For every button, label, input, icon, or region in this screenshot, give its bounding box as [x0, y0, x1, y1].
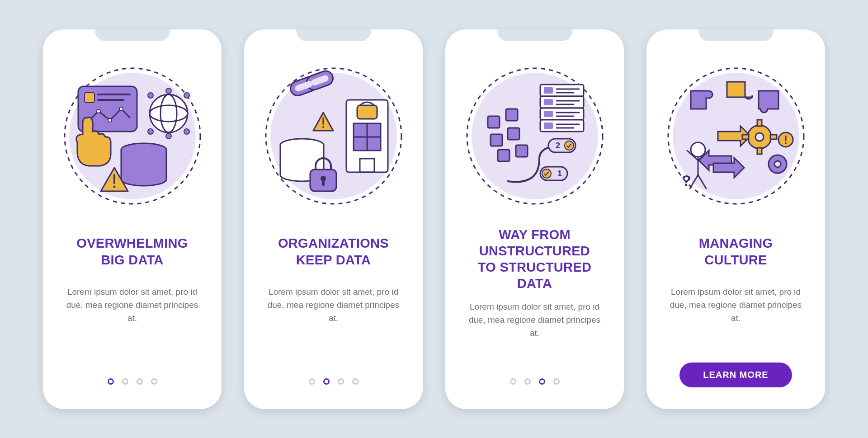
svg-point-15 — [97, 109, 100, 113]
svg-text:1: 1 — [557, 169, 562, 178]
card-desc: Lorem ipsum dolor sit amet, pro id due, … — [467, 300, 603, 340]
svg-rect-47 — [544, 111, 553, 117]
pager-dot[interactable] — [352, 378, 359, 385]
svg-point-9 — [166, 88, 171, 94]
svg-rect-74 — [757, 148, 762, 154]
svg-rect-75 — [742, 135, 749, 139]
learn-more-button[interactable]: LEARN MORE — [679, 363, 792, 387]
card-title: Way From Unstructured To Structured Data — [462, 226, 608, 292]
svg-rect-38 — [322, 179, 325, 186]
card-structured-data: 2 1 Way From Unstructured To Structured … — [445, 29, 624, 409]
pager-dot[interactable] — [137, 378, 143, 385]
pager-dots — [309, 378, 359, 385]
svg-rect-59 — [491, 134, 502, 146]
pager-dot-active[interactable] — [323, 378, 330, 385]
svg-rect-61 — [498, 150, 509, 161]
phone-notch — [296, 29, 371, 41]
card-managing-culture: ? Managing Culture Lorem ipsum dolor sit… — [646, 29, 825, 409]
pager-dot-active[interactable] — [108, 378, 114, 385]
big-data-icon — [60, 59, 205, 213]
card-desc: Lorem ipsum dolor sit amet, pro id due, … — [266, 285, 401, 325]
svg-point-5 — [148, 93, 153, 98]
svg-point-6 — [184, 93, 189, 98]
orgs-keep-data-icon — [261, 59, 406, 213]
svg-text:2: 2 — [556, 141, 560, 150]
pager-dots — [108, 378, 157, 385]
card-title: Organizations Keep Data — [278, 226, 389, 277]
svg-point-2 — [150, 94, 188, 132]
svg-point-68 — [542, 169, 551, 178]
svg-rect-60 — [508, 128, 519, 140]
pager-dot[interactable] — [151, 378, 157, 385]
svg-point-82 — [691, 142, 705, 157]
svg-rect-76 — [770, 135, 777, 139]
svg-point-78 — [774, 161, 781, 167]
pager-dot[interactable] — [553, 378, 560, 385]
svg-point-72 — [755, 133, 764, 141]
phone-notch — [497, 29, 572, 41]
svg-point-17 — [119, 107, 123, 111]
card-title: Managing Culture — [699, 226, 773, 277]
phone-notch — [95, 29, 170, 41]
svg-rect-57 — [488, 116, 500, 128]
card-desc: Lorem ipsum dolor sit amet, pro id due, … — [65, 285, 200, 325]
pager-dot[interactable] — [122, 378, 128, 385]
svg-rect-48 — [544, 122, 553, 129]
pager-dot[interactable] — [510, 378, 516, 385]
onboarding-carousel: Overwhelming Big Data Lorem ipsum dolor … — [16, 7, 852, 432]
svg-rect-58 — [506, 109, 518, 121]
structured-data-icon: 2 1 — [462, 59, 607, 213]
svg-rect-46 — [544, 99, 553, 105]
pager-dots — [510, 378, 560, 385]
svg-rect-32 — [357, 105, 377, 119]
card-title: Overwhelming Big Data — [76, 226, 188, 277]
svg-point-65 — [565, 141, 574, 150]
svg-point-20 — [113, 185, 115, 188]
svg-point-16 — [108, 118, 112, 122]
svg-rect-12 — [85, 93, 94, 103]
card-desc: Lorem ipsum dolor sit amet, pro id due, … — [668, 285, 804, 325]
card-orgs-keep-data: Organizations Keep Data Lorem ipsum dolo… — [244, 29, 423, 409]
svg-point-34 — [322, 126, 324, 128]
svg-text:?: ? — [682, 172, 691, 189]
card-big-data: Overwhelming Big Data Lorem ipsum dolor … — [43, 29, 222, 409]
svg-point-7 — [148, 129, 153, 134]
managing-culture-icon: ? — [664, 59, 808, 213]
svg-rect-45 — [544, 87, 553, 94]
pager-dot-active[interactable] — [539, 378, 545, 385]
svg-point-8 — [184, 129, 189, 134]
phone-notch — [698, 29, 773, 41]
svg-point-81 — [785, 142, 787, 144]
pager-dot[interactable] — [309, 378, 315, 385]
svg-rect-73 — [757, 120, 762, 126]
pager-dot[interactable] — [524, 378, 531, 385]
pager-dot[interactable] — [338, 378, 344, 385]
svg-point-10 — [166, 133, 171, 139]
svg-rect-62 — [516, 145, 528, 157]
